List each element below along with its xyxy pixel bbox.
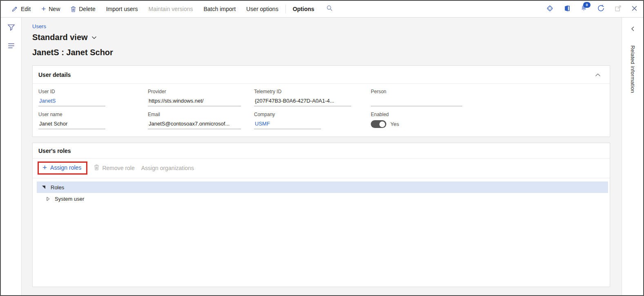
field-user-id: User ID JanetS xyxy=(38,89,148,106)
refresh-icon xyxy=(597,4,605,14)
new-button[interactable]: + New xyxy=(36,6,65,12)
toolbar-right-group: 0 xyxy=(546,4,637,14)
roles-root-label: Roles xyxy=(51,184,64,191)
toggle-knob xyxy=(379,121,385,127)
field-user-name: User name Janet Schor xyxy=(38,112,148,129)
assign-roles-label: Assign roles xyxy=(50,164,81,171)
refresh-button[interactable] xyxy=(597,4,605,14)
field-provider: Provider https://sts.windows.net/ xyxy=(148,89,254,106)
view-selector-label: Standard view xyxy=(32,33,88,42)
chevron-left-icon[interactable] xyxy=(631,26,635,33)
field-label: Email xyxy=(148,112,254,117)
diamond-apps-icon xyxy=(546,4,554,14)
enabled-toggle[interactable] xyxy=(371,120,386,128)
page-title: JanetS : Janet Schor xyxy=(32,48,610,57)
user-details-header[interactable]: User details xyxy=(33,66,610,84)
tree-expanded-icon[interactable] xyxy=(42,186,45,189)
breadcrumb[interactable]: Users xyxy=(32,23,46,29)
notification-badge: 0 xyxy=(583,2,591,8)
options-label: Options xyxy=(293,6,314,12)
action-pane-toolbar: Edit + New Delete Import users Maintain … xyxy=(1,1,643,18)
batch-import-button[interactable]: Batch import xyxy=(198,6,241,12)
system-user-label: System user xyxy=(55,196,84,202)
left-rail xyxy=(1,18,22,295)
view-selector[interactable]: Standard view xyxy=(32,33,97,42)
user-options-button[interactable]: User options xyxy=(241,6,284,12)
remove-role-label: Remove role xyxy=(102,165,134,171)
assign-roles-button[interactable]: + Assign roles xyxy=(38,161,87,175)
user-details-title: User details xyxy=(38,72,71,78)
users-roles-section: User's roles + Assign roles Remove role xyxy=(32,143,610,287)
field-label: Company xyxy=(254,112,371,117)
roles-tree: Roles System user xyxy=(33,178,610,204)
user-id-value[interactable]: JanetS xyxy=(38,97,105,106)
users-roles-header: User's roles xyxy=(33,143,610,159)
field-label: User ID xyxy=(38,89,148,94)
filter-icon[interactable] xyxy=(7,24,15,33)
person-input[interactable] xyxy=(371,97,462,106)
user-name-input[interactable]: Janet Schor xyxy=(38,120,105,129)
maintain-versions-label: Maintain versions xyxy=(149,6,193,12)
assign-organizations-label: Assign organizations xyxy=(141,165,194,171)
pencil-icon xyxy=(11,6,18,12)
roles-tree-root-row[interactable]: Roles xyxy=(37,182,608,193)
popout-icon xyxy=(615,5,622,13)
options-tab[interactable]: Options xyxy=(287,6,320,12)
delete-button[interactable]: Delete xyxy=(65,6,100,12)
users-roles-title: User's roles xyxy=(38,148,71,154)
close-icon xyxy=(631,5,637,13)
related-information-panel: Related information xyxy=(622,18,643,295)
open-in-new-window-button xyxy=(615,5,622,13)
field-enabled: Enabled Yes xyxy=(371,112,603,129)
field-label: Telemetry ID xyxy=(254,89,371,94)
toolbar-separator xyxy=(285,4,286,13)
field-label: User name xyxy=(38,112,148,117)
assign-organizations-button: Assign organizations xyxy=(141,165,194,171)
company-value[interactable]: USMF xyxy=(254,120,321,129)
plus-icon: + xyxy=(42,165,47,170)
telemetry-id-input[interactable]: {207F47B3-B0A6-427D-A0A1-4... xyxy=(254,97,351,106)
main-row: Users Standard view JanetS : Janet Schor… xyxy=(1,18,643,295)
field-label: Person xyxy=(371,89,603,94)
field-telemetry-id: Telemetry ID {207F47B3-B0A6-427D-A0A1-4.… xyxy=(254,89,371,106)
import-users-label: Import users xyxy=(106,6,138,12)
field-email: Email JanetS@contosoax7.onmicrosof... xyxy=(148,112,254,129)
task-list-icon[interactable] xyxy=(8,43,14,48)
field-company: Company USMF xyxy=(254,112,371,129)
optimization-advisor-button[interactable] xyxy=(546,4,554,14)
tree-collapsed-icon[interactable] xyxy=(47,197,50,201)
related-information-label: Related information xyxy=(630,45,636,93)
close-button[interactable] xyxy=(631,5,637,13)
maintain-versions-button: Maintain versions xyxy=(143,6,198,12)
enabled-toggle-label: Yes xyxy=(390,121,399,127)
notifications-button[interactable]: 0 xyxy=(580,4,587,13)
roles-action-bar: + Assign roles Remove role Assign organi… xyxy=(33,159,610,178)
office-apps-button[interactable] xyxy=(564,5,570,13)
chevron-down-icon xyxy=(91,34,97,41)
toolbar-search-button[interactable] xyxy=(320,5,339,13)
trash-icon xyxy=(94,164,99,172)
import-users-button[interactable]: Import users xyxy=(101,6,143,12)
field-label: Enabled xyxy=(371,112,603,117)
page-content: Users Standard view JanetS : Janet Schor… xyxy=(22,18,622,295)
user-options-label: User options xyxy=(246,6,279,12)
batch-import-label: Batch import xyxy=(203,6,236,12)
collapse-section-button[interactable] xyxy=(593,70,603,79)
provider-input[interactable]: https://sts.windows.net/ xyxy=(148,97,241,106)
user-details-section: User details User ID JanetS Provider h xyxy=(32,65,610,137)
office-icon xyxy=(564,5,570,13)
app-window: Edit + New Delete Import users Maintain … xyxy=(0,0,644,296)
roles-tree-child-row[interactable]: System user xyxy=(37,193,608,204)
field-label: Provider xyxy=(148,89,254,94)
edit-button[interactable]: Edit xyxy=(11,6,36,12)
chevron-up-icon xyxy=(595,71,601,78)
user-details-fields: User ID JanetS Provider https://sts.wind… xyxy=(33,84,610,137)
email-input[interactable]: JanetS@contosoax7.onmicrosof... xyxy=(148,120,241,129)
remove-role-button: Remove role xyxy=(94,164,134,172)
new-label: New xyxy=(49,6,60,12)
trash-icon xyxy=(71,6,76,12)
enabled-toggle-wrap: Yes xyxy=(371,120,603,128)
plus-icon: + xyxy=(41,6,46,12)
delete-label: Delete xyxy=(79,6,95,12)
search-icon xyxy=(326,5,333,13)
